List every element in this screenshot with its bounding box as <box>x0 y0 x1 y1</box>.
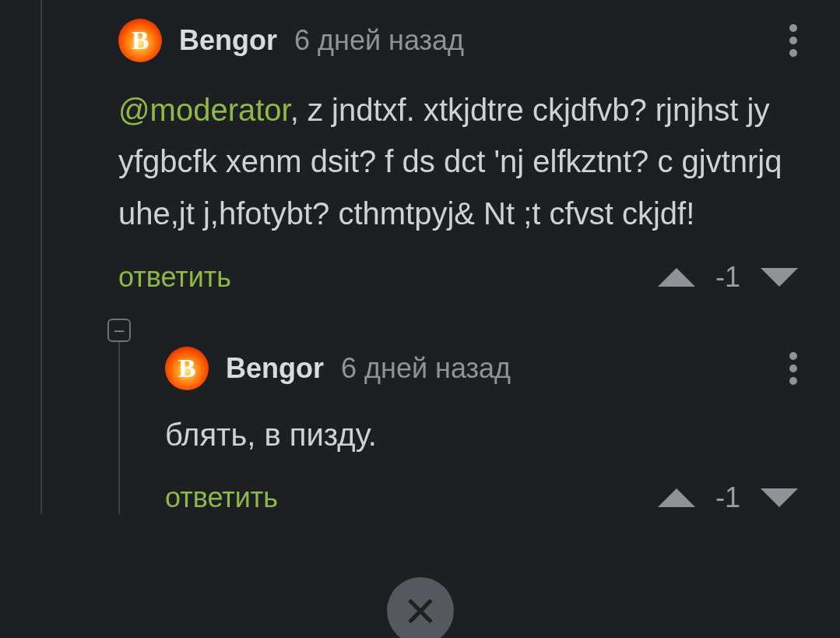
timestamp: 6 дней назад <box>294 24 464 57</box>
svg-point-3 <box>789 352 797 360</box>
svg-point-1 <box>789 37 797 44</box>
comment-header: B Bengor 6 дней назад <box>118 17 809 64</box>
comment-footer: ответить -1 <box>165 481 809 514</box>
reply-button[interactable]: ответить <box>118 261 231 294</box>
downvote-button[interactable] <box>761 488 798 507</box>
nested-thread: – B Bengor 6 дней назад блять, <box>118 325 809 513</box>
reply-button[interactable]: ответить <box>165 481 278 514</box>
vote-group: -1 <box>658 481 809 514</box>
vote-score: -1 <box>712 481 743 514</box>
timestamp: 6 дней назад <box>341 352 511 385</box>
username-link[interactable]: Bengor <box>179 24 277 57</box>
svg-point-4 <box>789 365 797 372</box>
comment-footer: ответить -1 <box>118 261 809 294</box>
comment-body: @moderator, z jndtxf. xtkjdtre ckjdfvb? … <box>118 84 809 239</box>
triangle-up-icon <box>658 268 695 287</box>
avatar[interactable]: B <box>118 19 162 62</box>
triangle-down-icon <box>761 488 798 507</box>
more-vertical-icon <box>789 23 798 58</box>
triangle-up-icon <box>658 488 695 507</box>
upvote-button[interactable] <box>658 268 695 287</box>
comment-text: блять, в пизду. <box>165 418 377 452</box>
more-vertical-icon <box>789 351 798 386</box>
vote-group: -1 <box>658 261 809 294</box>
avatar[interactable]: B <box>165 347 209 390</box>
vote-score: -1 <box>712 261 743 294</box>
triangle-down-icon <box>761 268 798 287</box>
upvote-button[interactable] <box>658 488 695 507</box>
svg-point-5 <box>789 377 797 385</box>
more-options-button[interactable] <box>778 17 809 64</box>
close-fab[interactable] <box>387 577 454 638</box>
comment-body: блять, в пизду. <box>165 409 809 460</box>
username-link[interactable]: Bengor <box>226 352 324 385</box>
mention-link[interactable]: @moderator <box>118 93 290 127</box>
svg-point-2 <box>789 49 797 57</box>
svg-point-0 <box>789 24 797 32</box>
more-options-button[interactable] <box>778 345 809 392</box>
collapse-toggle[interactable]: – <box>107 319 131 342</box>
downvote-button[interactable] <box>761 268 798 287</box>
comment-header: B Bengor 6 дней назад <box>165 345 809 392</box>
